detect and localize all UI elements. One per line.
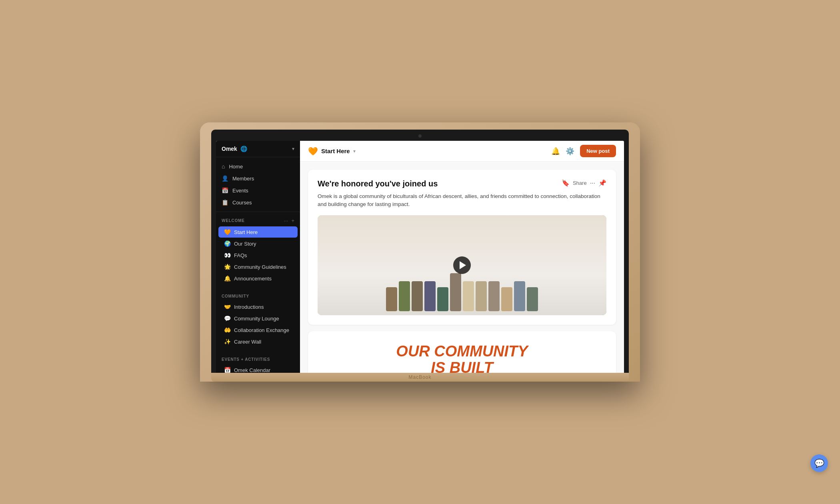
person-2 xyxy=(399,281,410,311)
orange-line-1: OUR COMMUNITY xyxy=(320,343,604,360)
post-title: We're honored you've joined us xyxy=(318,179,438,188)
welcome-section-actions: ··· + xyxy=(284,218,294,224)
welcome-more-icon[interactable]: ··· xyxy=(284,218,288,224)
laptop-frame: Omek 🌐 ▾ ⌂ Home 👤 Members 📅 xyxy=(200,122,640,382)
community-section: COMMUNITY 🤝 Introductions 💬 Community Lo… xyxy=(216,288,300,352)
person-12 xyxy=(527,287,538,311)
sidebar-brand-name: Omek xyxy=(222,146,237,152)
courses-icon: 📋 xyxy=(222,199,228,206)
sidebar-item-our-story[interactable]: 🌍 Our Story xyxy=(218,238,298,249)
person-1 xyxy=(386,287,397,311)
sidebar-courses-label: Courses xyxy=(232,200,252,206)
person-7 xyxy=(463,281,474,311)
welcome-section: WELCOME ··· + 🧡 Start Here 🌍 Our Story xyxy=(216,212,300,288)
person-5 xyxy=(437,287,448,311)
notification-button[interactable]: 🔔 xyxy=(551,147,560,156)
community-title: COMMUNITY xyxy=(222,294,249,298)
sidebar-item-community-guidelines[interactable]: 🌟 Community Guidelines xyxy=(218,261,298,272)
our-story-label: Our Story xyxy=(234,241,256,247)
faqs-label: FAQs xyxy=(234,252,247,258)
start-here-label: Start Here xyxy=(234,229,258,235)
sidebar-item-collaboration-exchange[interactable]: 🤲 Collaboration Exchange xyxy=(218,324,298,336)
home-icon: ⌂ xyxy=(222,163,225,170)
introductions-label: Introductions xyxy=(234,304,264,310)
sidebar-brand: Omek 🌐 xyxy=(222,146,247,152)
calendar-emoji: 📅 xyxy=(224,367,231,373)
pin-icon[interactable]: 📌 xyxy=(598,179,606,187)
events-activities-title: EVENTS + ACTIVITIES xyxy=(222,357,270,362)
orange-line-2: IS BUILT xyxy=(320,360,604,373)
post-actions: 🔖 Share ··· 📌 xyxy=(562,179,606,187)
career-emoji: ✨ xyxy=(224,338,231,345)
main-content: 🧡 Start Here ▾ 🔔 ⚙️ New post We're honor… xyxy=(300,141,624,373)
announcements-label: Announcements xyxy=(234,276,272,282)
header-title: Start Here xyxy=(321,148,350,154)
sidebar-chevron-icon: ▾ xyxy=(292,146,294,152)
welcome-add-icon[interactable]: + xyxy=(291,218,294,224)
calendar-label: Omek Calendar xyxy=(234,367,270,373)
guidelines-emoji: 🌟 xyxy=(224,264,231,270)
bookmark-icon[interactable]: 🔖 xyxy=(562,179,570,187)
play-triangle-icon xyxy=(460,261,466,269)
post-header: We're honored you've joined us 🔖 Share ·… xyxy=(318,179,606,188)
video-thumbnail[interactable] xyxy=(318,215,606,315)
chat-fab-icon: 💬 xyxy=(814,458,824,468)
orange-headline: OUR COMMUNITY IS BUILT TO AMPLIFY YOUR xyxy=(320,343,604,373)
settings-button[interactable]: ⚙️ xyxy=(566,147,574,156)
sidebar-item-courses[interactable]: 📋 Courses xyxy=(216,196,300,208)
person-8 xyxy=(476,281,487,311)
header-chevron-icon: ▾ xyxy=(353,148,356,154)
post-description: Omek is a global community of bicultural… xyxy=(318,192,606,209)
chat-fab-button[interactable]: 💬 xyxy=(810,454,828,472)
new-post-button[interactable]: New post xyxy=(580,145,616,157)
announcements-emoji: 🔔 xyxy=(224,275,231,282)
sidebar-item-faqs[interactable]: 👀 FAQs xyxy=(218,250,298,261)
sidebar-nav-top: ⌂ Home 👤 Members 📅 Events 📋 Courses xyxy=(216,157,300,212)
share-label[interactable]: Share xyxy=(573,180,587,186)
sidebar-item-community-lounge[interactable]: 💬 Community Lounge xyxy=(218,313,298,324)
laptop-screen: Omek 🌐 ▾ ⌂ Home 👤 Members 📅 xyxy=(216,141,624,373)
screen-bezel: Omek 🌐 ▾ ⌂ Home 👤 Members 📅 xyxy=(211,130,629,373)
play-button[interactable] xyxy=(453,256,471,274)
sidebar-item-members[interactable]: 👤 Members xyxy=(216,172,300,184)
lounge-emoji: 💬 xyxy=(224,315,231,322)
career-label: Career Wall xyxy=(234,339,261,345)
sidebar-members-label: Members xyxy=(232,176,254,182)
faqs-emoji: 👀 xyxy=(224,252,231,258)
more-icon[interactable]: ··· xyxy=(590,180,595,187)
laptop-base: MacBook xyxy=(211,373,629,382)
sidebar-events-label: Events xyxy=(232,188,248,194)
sidebar-header: Omek 🌐 ▾ xyxy=(216,141,300,157)
person-10 xyxy=(501,287,512,311)
sidebar-item-introductions[interactable]: 🤝 Introductions xyxy=(218,301,298,312)
header-left: 🧡 Start Here ▾ xyxy=(308,146,356,156)
lounge-label: Community Lounge xyxy=(234,316,279,322)
start-here-emoji: 🧡 xyxy=(224,229,231,235)
events-activities-section: EVENTS + ACTIVITIES 📅 Omek Calendar xyxy=(216,352,300,373)
collaboration-emoji: 🤲 xyxy=(224,327,231,333)
sidebar-item-start-here[interactable]: 🧡 Start Here xyxy=(218,226,298,238)
globe-icon: 🌐 xyxy=(240,146,247,152)
welcome-section-header: WELCOME ··· + xyxy=(216,216,300,226)
sidebar-item-home[interactable]: ⌂ Home xyxy=(216,160,300,172)
header-right: 🔔 ⚙️ New post xyxy=(551,145,616,157)
sidebar-item-career-wall[interactable]: ✨ Career Wall xyxy=(218,336,298,347)
events-activities-header: EVENTS + ACTIVITIES xyxy=(216,356,300,364)
introductions-emoji: 🤝 xyxy=(224,304,231,310)
header-heart-icon: 🧡 xyxy=(308,146,318,156)
sidebar-item-omek-calendar[interactable]: 📅 Omek Calendar xyxy=(218,364,298,373)
people-row xyxy=(386,273,538,315)
person-4 xyxy=(424,281,436,311)
guidelines-label: Community Guidelines xyxy=(234,264,286,270)
sidebar-item-announcements[interactable]: 🔔 Announcements xyxy=(218,273,298,284)
sidebar-item-events[interactable]: 📅 Events xyxy=(216,184,300,196)
collaboration-label: Collaboration Exchange xyxy=(234,327,289,333)
main-header: 🧡 Start Here ▾ 🔔 ⚙️ New post xyxy=(300,141,624,162)
events-icon: 📅 xyxy=(222,187,228,194)
post-card: We're honored you've joined us 🔖 Share ·… xyxy=(308,170,616,325)
laptop-brand-name: MacBook xyxy=(408,374,431,380)
orange-text-section: OUR COMMUNITY IS BUILT TO AMPLIFY YOUR xyxy=(308,331,616,373)
person-11 xyxy=(514,281,525,311)
sidebar-home-label: Home xyxy=(229,164,243,170)
content-area: We're honored you've joined us 🔖 Share ·… xyxy=(300,162,624,373)
